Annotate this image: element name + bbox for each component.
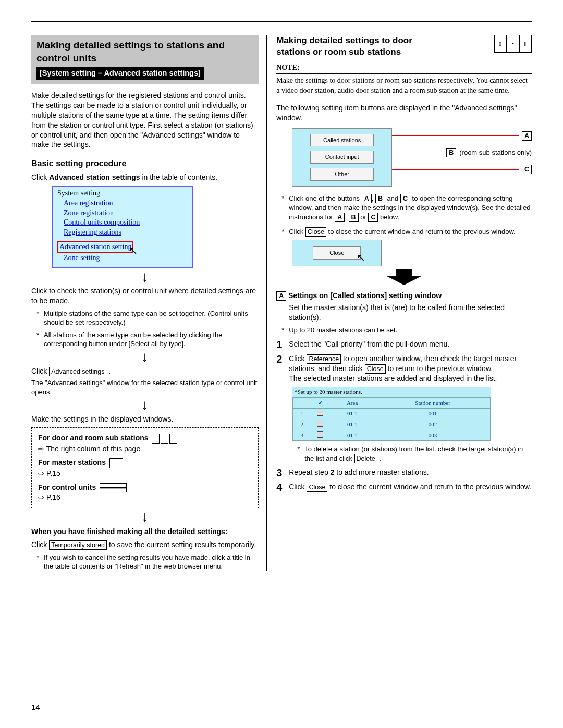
master-stations-table: *Set up to 20 master stations. ✔ Area St…: [292, 387, 491, 441]
table-row: 301 1003: [293, 430, 491, 441]
toc-link[interactable]: Area registration: [64, 199, 188, 208]
contact-input-button[interactable]: Contact input: [310, 151, 374, 164]
right-title: Making detailed settings to door station…: [276, 35, 443, 58]
finished-heading: When you have finished making all the de…: [31, 527, 259, 537]
click-temp-text: Click Temporarily stored to save the cur…: [31, 540, 259, 550]
adv-settings-panel: Called stations Contact input Other: [292, 128, 392, 187]
after-click-text: The "Advanced settings" window for the s…: [31, 378, 259, 397]
other-button[interactable]: Other: [310, 168, 374, 181]
label-c: C: [522, 165, 532, 174]
click-adv-settings: Click Advanced settings .: [31, 366, 259, 376]
note-text: Make the settings to door stations or ro…: [276, 76, 532, 96]
step-2: 2 Click Reference to open another window…: [276, 354, 532, 384]
close-panel: Close ↖: [292, 240, 382, 266]
left-gray-header: Making detailed settings to stations and…: [31, 35, 259, 84]
close-button-ref2[interactable]: Close: [365, 364, 386, 374]
toc-link[interactable]: Control units composition: [64, 218, 188, 228]
bullet-open: * Click one of the buttons A, B and C to…: [282, 194, 532, 222]
following-text: The following setting item buttons are d…: [276, 103, 532, 123]
section-a-desc: Set the master station(s) that is (are) …: [289, 303, 532, 323]
room-sub-icon: ∥: [519, 35, 532, 53]
door-stations-icon: [152, 434, 177, 444]
toc-link-highlight[interactable]: Advanced station setting: [59, 242, 131, 252]
bullet-close: * Click Close to close the current windo…: [282, 227, 532, 237]
audio-door-icon: •: [507, 35, 519, 53]
toc-header: System setting: [57, 189, 188, 199]
make-settings-text: Make the settings in the displayed windo…: [31, 414, 259, 424]
row-checkbox[interactable]: [317, 410, 323, 416]
toc-box: System setting Area registration Zone re…: [52, 186, 193, 268]
toc-link[interactable]: Zone setting: [64, 253, 188, 263]
video-door-icon: ▯: [494, 35, 507, 53]
label-b: B: [446, 148, 456, 157]
toc-link[interactable]: Zone registration: [64, 208, 188, 218]
arrow-right-icon: ⇨: [38, 469, 44, 477]
cursor-icon: ↖: [128, 243, 138, 258]
table-row: 101 1001: [293, 408, 491, 419]
reference-button[interactable]: Reference: [307, 354, 341, 364]
step-1: 1 Select the "Call priority" from the pu…: [276, 339, 532, 350]
row-checkbox[interactable]: [317, 421, 323, 427]
arrow-down-icon: ↓: [31, 269, 259, 284]
temporarily-stored-button[interactable]: Temporarily stored: [49, 540, 107, 550]
close-button[interactable]: Close: [313, 246, 361, 260]
big-arrow-down-icon: [276, 269, 532, 288]
called-stations-button[interactable]: Called stations: [310, 134, 374, 147]
delete-button[interactable]: Delete: [354, 454, 377, 463]
close-button-ref3[interactable]: Close: [307, 483, 327, 492]
note-label: NOTE:: [276, 63, 532, 74]
step-4: 4 Click Close to close the current windo…: [276, 482, 532, 492]
basic-procedure-heading: Basic setting procedure: [31, 158, 259, 169]
cursor-icon: ↖: [357, 251, 365, 265]
click-adv-text: Click Advanced station settings in the t…: [31, 172, 259, 182]
device-icons: ▯ • ∥: [494, 35, 532, 53]
section-a-note: *Up to 20 master stations can be set.: [282, 326, 532, 335]
left-subtitle: [System setting – Advanced station setti…: [36, 67, 204, 80]
label-a: A: [522, 131, 532, 141]
toc-link[interactable]: Registering stations: [64, 228, 188, 238]
delete-note: * To delete a station (or stations) from…: [297, 445, 532, 463]
left-intro: Make detailed settings for the registere…: [31, 91, 259, 150]
close-button-ref[interactable]: Close: [305, 227, 326, 237]
table-row: 201 1002: [293, 419, 491, 430]
page-number: 14: [31, 702, 40, 712]
click-check-text: Click to check the station(s) or control…: [31, 286, 259, 306]
section-a-heading: A Settings on [Called stations] setting …: [276, 291, 532, 301]
arrow-down-icon: ↓: [31, 398, 259, 412]
row-checkbox[interactable]: [317, 431, 323, 438]
arrow-right-icon: ⇨: [38, 493, 44, 501]
advanced-settings-button[interactable]: Advanced settings: [49, 367, 106, 376]
control-unit-icon: [100, 483, 127, 492]
arrow-down-icon: ↓: [31, 509, 259, 524]
dashed-box: For door and room sub stations ⇨ The rig…: [31, 427, 259, 508]
step-3: 3 Repeat step 2 to add more master stati…: [276, 467, 532, 478]
arrow-right-icon: ⇨: [38, 445, 44, 453]
cancel-note: *If you wish to cancel the setting resul…: [36, 553, 259, 571]
bullet-note: *Multiple stations of the same type can …: [36, 309, 259, 327]
arrow-down-icon: ↓: [31, 350, 259, 364]
left-title: Making detailed settings to stations and…: [36, 39, 253, 65]
master-station-icon: [109, 458, 123, 468]
bullet-note: *All stations of the same type can be se…: [36, 330, 259, 349]
table-caption: *Set up to 20 master stations.: [292, 387, 491, 398]
svg-marker-0: [386, 269, 422, 285]
